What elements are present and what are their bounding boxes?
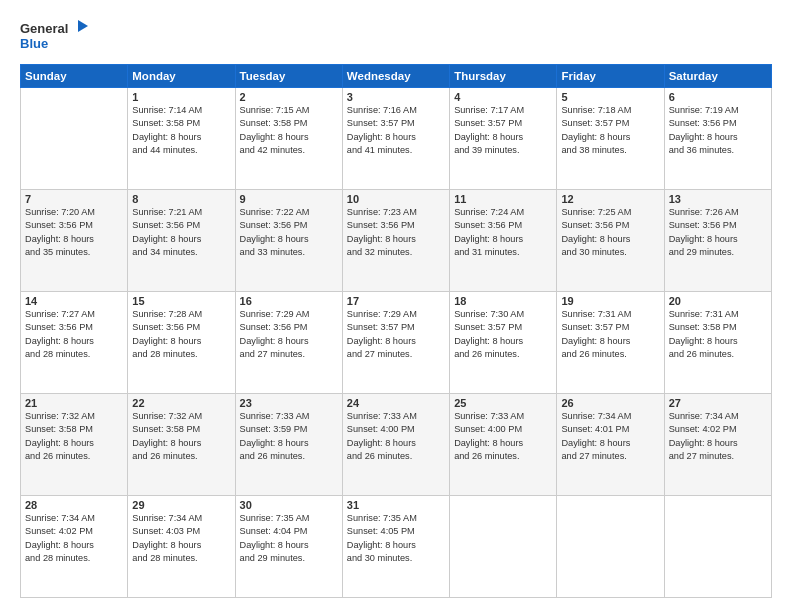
- calendar-day-cell: [21, 88, 128, 190]
- day-info: Sunrise: 7:25 AM Sunset: 3:56 PM Dayligh…: [561, 206, 659, 259]
- day-number: 29: [132, 499, 230, 511]
- day-info: Sunrise: 7:15 AM Sunset: 3:58 PM Dayligh…: [240, 104, 338, 157]
- day-number: 14: [25, 295, 123, 307]
- day-number: 15: [132, 295, 230, 307]
- day-info: Sunrise: 7:19 AM Sunset: 3:56 PM Dayligh…: [669, 104, 767, 157]
- day-info: Sunrise: 7:27 AM Sunset: 3:56 PM Dayligh…: [25, 308, 123, 361]
- header: General Blue: [20, 18, 772, 54]
- day-number: 11: [454, 193, 552, 205]
- calendar-day-cell: 12Sunrise: 7:25 AM Sunset: 3:56 PM Dayli…: [557, 190, 664, 292]
- day-info: Sunrise: 7:34 AM Sunset: 4:01 PM Dayligh…: [561, 410, 659, 463]
- calendar-week-row: 28Sunrise: 7:34 AM Sunset: 4:02 PM Dayli…: [21, 496, 772, 598]
- day-info: Sunrise: 7:33 AM Sunset: 4:00 PM Dayligh…: [454, 410, 552, 463]
- logo: General Blue: [20, 18, 90, 54]
- day-number: 22: [132, 397, 230, 409]
- calendar-day-header: Wednesday: [342, 65, 449, 88]
- day-number: 13: [669, 193, 767, 205]
- day-info: Sunrise: 7:32 AM Sunset: 3:58 PM Dayligh…: [25, 410, 123, 463]
- calendar-day-cell: 27Sunrise: 7:34 AM Sunset: 4:02 PM Dayli…: [664, 394, 771, 496]
- day-info: Sunrise: 7:30 AM Sunset: 3:57 PM Dayligh…: [454, 308, 552, 361]
- day-info: Sunrise: 7:31 AM Sunset: 3:57 PM Dayligh…: [561, 308, 659, 361]
- calendar-day-cell: 8Sunrise: 7:21 AM Sunset: 3:56 PM Daylig…: [128, 190, 235, 292]
- day-number: 20: [669, 295, 767, 307]
- day-info: Sunrise: 7:32 AM Sunset: 3:58 PM Dayligh…: [132, 410, 230, 463]
- calendar-day-cell: 4Sunrise: 7:17 AM Sunset: 3:57 PM Daylig…: [450, 88, 557, 190]
- day-number: 2: [240, 91, 338, 103]
- calendar-day-header: Tuesday: [235, 65, 342, 88]
- day-number: 7: [25, 193, 123, 205]
- calendar-day-header: Sunday: [21, 65, 128, 88]
- calendar-day-cell: 28Sunrise: 7:34 AM Sunset: 4:02 PM Dayli…: [21, 496, 128, 598]
- calendar-table: SundayMondayTuesdayWednesdayThursdayFrid…: [20, 64, 772, 598]
- calendar-day-cell: 24Sunrise: 7:33 AM Sunset: 4:00 PM Dayli…: [342, 394, 449, 496]
- calendar-day-cell: 14Sunrise: 7:27 AM Sunset: 3:56 PM Dayli…: [21, 292, 128, 394]
- day-number: 27: [669, 397, 767, 409]
- day-info: Sunrise: 7:14 AM Sunset: 3:58 PM Dayligh…: [132, 104, 230, 157]
- day-number: 5: [561, 91, 659, 103]
- calendar-day-cell: 20Sunrise: 7:31 AM Sunset: 3:58 PM Dayli…: [664, 292, 771, 394]
- day-number: 17: [347, 295, 445, 307]
- day-info: Sunrise: 7:21 AM Sunset: 3:56 PM Dayligh…: [132, 206, 230, 259]
- svg-marker-2: [78, 20, 88, 32]
- day-number: 25: [454, 397, 552, 409]
- day-info: Sunrise: 7:35 AM Sunset: 4:05 PM Dayligh…: [347, 512, 445, 565]
- calendar-week-row: 21Sunrise: 7:32 AM Sunset: 3:58 PM Dayli…: [21, 394, 772, 496]
- day-info: Sunrise: 7:23 AM Sunset: 3:56 PM Dayligh…: [347, 206, 445, 259]
- day-number: 3: [347, 91, 445, 103]
- day-info: Sunrise: 7:20 AM Sunset: 3:56 PM Dayligh…: [25, 206, 123, 259]
- day-info: Sunrise: 7:34 AM Sunset: 4:02 PM Dayligh…: [669, 410, 767, 463]
- day-info: Sunrise: 7:33 AM Sunset: 3:59 PM Dayligh…: [240, 410, 338, 463]
- day-number: 24: [347, 397, 445, 409]
- day-info: Sunrise: 7:35 AM Sunset: 4:04 PM Dayligh…: [240, 512, 338, 565]
- calendar-day-cell: 31Sunrise: 7:35 AM Sunset: 4:05 PM Dayli…: [342, 496, 449, 598]
- day-info: Sunrise: 7:18 AM Sunset: 3:57 PM Dayligh…: [561, 104, 659, 157]
- day-info: Sunrise: 7:33 AM Sunset: 4:00 PM Dayligh…: [347, 410, 445, 463]
- calendar-week-row: 14Sunrise: 7:27 AM Sunset: 3:56 PM Dayli…: [21, 292, 772, 394]
- day-info: Sunrise: 7:34 AM Sunset: 4:03 PM Dayligh…: [132, 512, 230, 565]
- day-info: Sunrise: 7:24 AM Sunset: 3:56 PM Dayligh…: [454, 206, 552, 259]
- day-number: 21: [25, 397, 123, 409]
- calendar-day-cell: 6Sunrise: 7:19 AM Sunset: 3:56 PM Daylig…: [664, 88, 771, 190]
- calendar-week-row: 1Sunrise: 7:14 AM Sunset: 3:58 PM Daylig…: [21, 88, 772, 190]
- calendar-day-header: Thursday: [450, 65, 557, 88]
- day-info: Sunrise: 7:22 AM Sunset: 3:56 PM Dayligh…: [240, 206, 338, 259]
- day-number: 6: [669, 91, 767, 103]
- day-number: 12: [561, 193, 659, 205]
- calendar-day-cell: 29Sunrise: 7:34 AM Sunset: 4:03 PM Dayli…: [128, 496, 235, 598]
- day-number: 31: [347, 499, 445, 511]
- calendar-day-cell: 13Sunrise: 7:26 AM Sunset: 3:56 PM Dayli…: [664, 190, 771, 292]
- day-number: 9: [240, 193, 338, 205]
- calendar-day-cell: 23Sunrise: 7:33 AM Sunset: 3:59 PM Dayli…: [235, 394, 342, 496]
- calendar-day-cell: 15Sunrise: 7:28 AM Sunset: 3:56 PM Dayli…: [128, 292, 235, 394]
- calendar-day-header: Friday: [557, 65, 664, 88]
- day-number: 1: [132, 91, 230, 103]
- calendar-day-cell: 16Sunrise: 7:29 AM Sunset: 3:56 PM Dayli…: [235, 292, 342, 394]
- svg-text:Blue: Blue: [20, 36, 48, 51]
- day-info: Sunrise: 7:29 AM Sunset: 3:56 PM Dayligh…: [240, 308, 338, 361]
- calendar-day-cell: 17Sunrise: 7:29 AM Sunset: 3:57 PM Dayli…: [342, 292, 449, 394]
- day-number: 4: [454, 91, 552, 103]
- day-number: 28: [25, 499, 123, 511]
- calendar-day-cell: 10Sunrise: 7:23 AM Sunset: 3:56 PM Dayli…: [342, 190, 449, 292]
- calendar-day-cell: 1Sunrise: 7:14 AM Sunset: 3:58 PM Daylig…: [128, 88, 235, 190]
- calendar-day-cell: 25Sunrise: 7:33 AM Sunset: 4:00 PM Dayli…: [450, 394, 557, 496]
- calendar-day-cell: 18Sunrise: 7:30 AM Sunset: 3:57 PM Dayli…: [450, 292, 557, 394]
- day-number: 26: [561, 397, 659, 409]
- day-info: Sunrise: 7:17 AM Sunset: 3:57 PM Dayligh…: [454, 104, 552, 157]
- day-number: 10: [347, 193, 445, 205]
- calendar-day-cell: [557, 496, 664, 598]
- calendar-day-cell: [664, 496, 771, 598]
- calendar-day-cell: [450, 496, 557, 598]
- calendar-day-cell: 11Sunrise: 7:24 AM Sunset: 3:56 PM Dayli…: [450, 190, 557, 292]
- day-info: Sunrise: 7:28 AM Sunset: 3:56 PM Dayligh…: [132, 308, 230, 361]
- calendar-header-row: SundayMondayTuesdayWednesdayThursdayFrid…: [21, 65, 772, 88]
- day-number: 23: [240, 397, 338, 409]
- calendar-day-cell: 9Sunrise: 7:22 AM Sunset: 3:56 PM Daylig…: [235, 190, 342, 292]
- page: General Blue SundayMondayTuesdayWednesda…: [0, 0, 792, 612]
- day-number: 16: [240, 295, 338, 307]
- calendar-day-cell: 7Sunrise: 7:20 AM Sunset: 3:56 PM Daylig…: [21, 190, 128, 292]
- calendar-day-cell: 26Sunrise: 7:34 AM Sunset: 4:01 PM Dayli…: [557, 394, 664, 496]
- calendar-day-cell: 21Sunrise: 7:32 AM Sunset: 3:58 PM Dayli…: [21, 394, 128, 496]
- calendar-week-row: 7Sunrise: 7:20 AM Sunset: 3:56 PM Daylig…: [21, 190, 772, 292]
- day-number: 30: [240, 499, 338, 511]
